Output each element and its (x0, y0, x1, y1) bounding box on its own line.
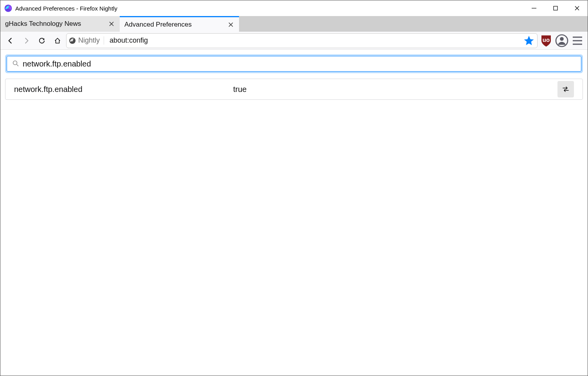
identity-box[interactable]: Nightly (69, 36, 104, 45)
config-search-input[interactable] (23, 59, 575, 68)
url-text: about:config (107, 36, 520, 45)
tab-close-button[interactable] (108, 20, 115, 27)
tab-title: Advanced Preferences (124, 21, 223, 29)
reload-button[interactable] (35, 34, 49, 48)
firefox-brand-icon (69, 37, 76, 44)
app-menu-button[interactable] (570, 34, 584, 48)
window-close-button[interactable] (566, 0, 588, 16)
config-results: network.ftp.enabled true (5, 79, 583, 100)
window-title: Advanced Preferences - Firefox Nightly (15, 5, 117, 12)
account-button[interactable] (555, 34, 569, 48)
tab-ghacks[interactable]: gHacks Technology News (0, 16, 120, 32)
forward-button[interactable] (19, 34, 33, 48)
aboutconfig-content: network.ftp.enabled true (0, 50, 588, 104)
config-search-wrapper (5, 54, 583, 73)
ublock-origin-button[interactable]: uo (539, 34, 553, 48)
tab-advanced-preferences[interactable]: Advanced Preferences (120, 16, 239, 32)
tab-title: gHacks Technology News (5, 20, 104, 28)
pref-value: true (233, 85, 557, 94)
svg-point-16 (13, 61, 17, 65)
navigation-toolbar: Nightly about:config uo (0, 32, 588, 50)
url-bar[interactable]: Nightly about:config (66, 33, 538, 48)
svg-point-12 (560, 37, 564, 41)
back-button[interactable] (4, 34, 18, 48)
svg-line-17 (17, 64, 19, 66)
window-maximize-button[interactable] (545, 0, 566, 16)
window-titlebar: Advanced Preferences - Firefox Nightly (0, 0, 588, 16)
identity-label: Nightly (78, 36, 100, 45)
svg-rect-2 (554, 6, 557, 10)
home-button[interactable] (50, 34, 65, 48)
svg-text:uo: uo (543, 36, 550, 43)
window-minimize-button[interactable] (523, 0, 545, 16)
tab-strip: gHacks Technology News Advanced Preferen… (0, 16, 588, 32)
pref-name: network.ftp.enabled (14, 85, 233, 94)
pref-row[interactable]: network.ftp.enabled true (5, 79, 583, 99)
pref-toggle-button[interactable] (557, 81, 574, 97)
bookmark-star-button[interactable] (523, 35, 535, 47)
firefox-nightly-icon (4, 4, 12, 12)
tab-close-button[interactable] (227, 21, 234, 28)
config-search-box[interactable] (7, 56, 581, 72)
search-icon (13, 60, 19, 68)
